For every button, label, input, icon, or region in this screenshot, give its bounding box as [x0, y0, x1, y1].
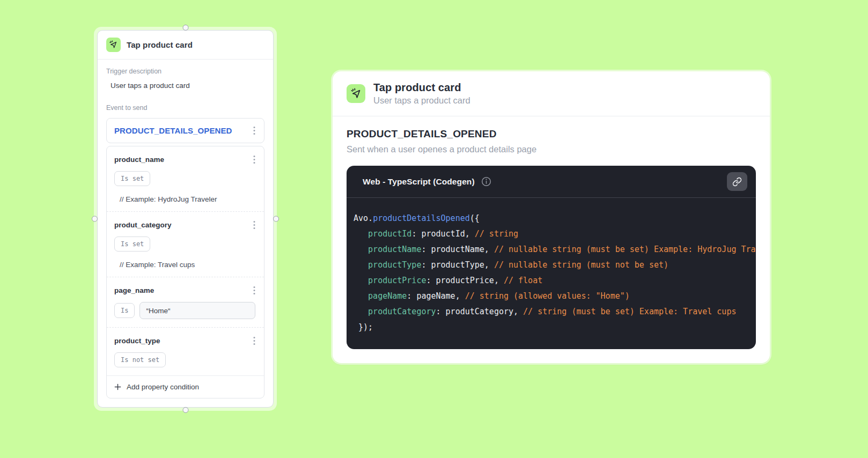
node-handle-right[interactable]: [273, 216, 279, 222]
property-menu-button[interactable]: [249, 219, 260, 231]
trigger-node[interactable]: Tap product card Trigger description Use…: [94, 27, 277, 411]
code-line: productPrice: productPrice, // float: [354, 273, 756, 289]
condition-chip[interactable]: Is not set: [114, 352, 166, 367]
event-description: Sent when a user openes a product detail…: [347, 144, 756, 154]
node-handle-bottom[interactable]: [182, 407, 188, 413]
code-panel-header: Web - TypeScript (Codegen): [347, 166, 756, 198]
detail-subtitle: User taps a product card: [373, 95, 470, 106]
node-handle-left[interactable]: [92, 216, 98, 222]
property-menu-button[interactable]: [249, 285, 260, 296]
flow-canvas[interactable]: Tap product card Trigger description Use…: [0, 0, 868, 458]
property-name: product_type: [114, 337, 160, 345]
code-line: productType: productType, // nullable st…: [354, 257, 756, 273]
add-property-condition-label: Add property condition: [127, 383, 199, 391]
code-line: productId: productId, // string: [354, 226, 756, 242]
code-line: productName: productName, // nullable st…: [354, 242, 756, 257]
property-name: product_name: [114, 156, 164, 164]
code-line: produtCategory: produtCategory, // strin…: [354, 304, 756, 320]
condition-chip[interactable]: Is: [114, 303, 135, 318]
detail-content: PRODUCT_DETAILS_OPENED Sent when a user …: [333, 116, 770, 363]
detail-header: Tap product card User taps a product car…: [333, 71, 770, 116]
code-panel: Web - TypeScript (Codegen): [347, 166, 756, 349]
trigger-description-text: User taps a product card: [106, 82, 264, 90]
condition-chip[interactable]: Is set: [114, 237, 150, 252]
code-language-label: Web - TypeScript (Codegen): [363, 177, 475, 187]
code-line: Avo.productDetailsOpened({: [354, 211, 756, 226]
property-conditions-box: product_name Is set // Example: HydroJug…: [106, 146, 264, 398]
tap-cursor-icon: [347, 84, 365, 103]
trigger-description-label: Trigger description: [106, 68, 264, 75]
property-example: // Example: Travel cups: [114, 261, 260, 269]
event-menu-button[interactable]: [249, 125, 260, 136]
property-condition-product-name: product_name Is set // Example: HydroJug…: [107, 146, 264, 211]
condition-chip[interactable]: Is set: [114, 171, 150, 186]
condition-value-input[interactable]: [139, 302, 255, 319]
code-line: pageName: pageName, // string (allowed v…: [354, 289, 756, 304]
property-condition-page-name: page_name Is: [107, 277, 264, 327]
event-detail-card: Tap product card User taps a product car…: [333, 71, 770, 363]
property-name: page_name: [114, 286, 154, 294]
property-example: // Example: HydroJug Traveler: [114, 195, 260, 203]
tap-cursor-icon: [106, 38, 121, 52]
event-heading: PRODUCT_DETAILS_OPENED: [347, 128, 756, 140]
node-handle-top[interactable]: [182, 25, 188, 31]
add-property-condition-button[interactable]: Add property condition: [107, 375, 264, 398]
code-line: });: [354, 320, 756, 335]
property-condition-product-type: product_type Is not set: [107, 327, 264, 375]
property-condition-produt-category: produt_category Is set // Example: Trave…: [107, 211, 264, 277]
property-name: produt_category: [114, 221, 172, 229]
code-lines: Avo.productDetailsOpened({ productId: pr…: [347, 198, 756, 349]
trigger-node-card: Tap product card Trigger description Use…: [97, 30, 274, 408]
copy-link-button[interactable]: [727, 172, 747, 191]
event-to-send-label: Event to send: [106, 104, 264, 112]
event-name-link[interactable]: PRODUCT_DETAILS_OPENED: [114, 126, 232, 135]
node-body: Trigger description User taps a product …: [98, 60, 273, 407]
detail-title: Tap product card: [373, 82, 470, 94]
node-header: Tap product card: [98, 31, 273, 60]
plus-icon: [114, 383, 121, 390]
property-menu-button[interactable]: [249, 335, 260, 346]
event-row[interactable]: PRODUCT_DETAILS_OPENED: [106, 118, 264, 143]
property-menu-button[interactable]: [249, 154, 260, 165]
node-title: Tap product card: [127, 40, 193, 49]
info-icon[interactable]: [481, 176, 491, 187]
